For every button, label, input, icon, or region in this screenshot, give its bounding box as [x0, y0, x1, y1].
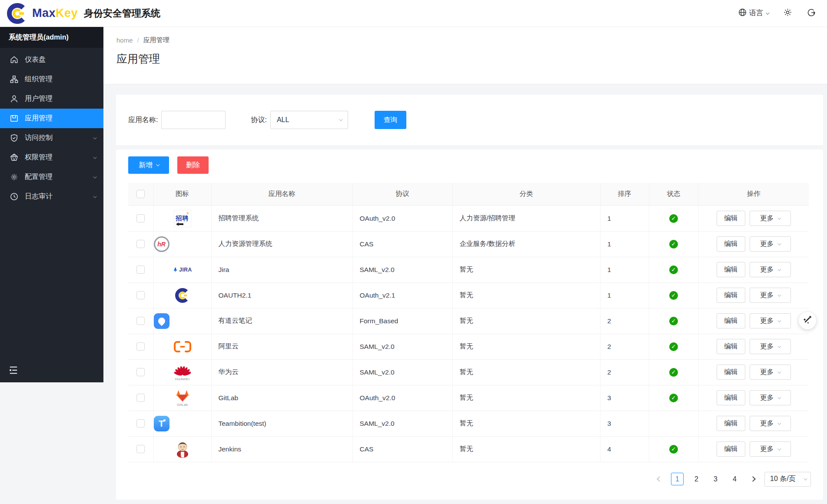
status-cell: ✓: [649, 231, 698, 257]
row-checkbox[interactable]: [136, 265, 145, 274]
sidebar-item-0[interactable]: 仪表盘: [0, 50, 103, 70]
row-checkbox[interactable]: [136, 291, 145, 299]
column-header: 分类: [452, 183, 600, 206]
sort-cell: 2: [600, 334, 649, 359]
status-cell: ✓: [649, 334, 698, 359]
add-button[interactable]: 新增: [128, 156, 169, 174]
status-cell: [649, 411, 698, 436]
more-button[interactable]: 更多: [750, 441, 791, 457]
sidebar-item-1[interactable]: 组织管理: [0, 70, 103, 89]
row-checkbox[interactable]: [136, 317, 145, 325]
protocol-cell: CAS: [352, 231, 452, 257]
language-menu[interactable]: 语言: [738, 8, 768, 18]
chevron-down-icon: [777, 344, 781, 348]
table-row: GitLab GitLab OAuth_v2.0 暂无 3 ✓ 编辑 更多: [128, 385, 809, 411]
more-button[interactable]: 更多: [750, 313, 791, 328]
edit-button[interactable]: 编辑: [717, 262, 745, 277]
sidebar-item-4[interactable]: 访问控制: [0, 128, 103, 148]
row-checkbox[interactable]: [136, 342, 145, 351]
protocol-select-value: ALL: [277, 116, 289, 124]
edit-button[interactable]: 编辑: [717, 339, 745, 354]
page-number-4[interactable]: 4: [728, 473, 741, 485]
query-button[interactable]: 查询: [375, 111, 406, 129]
more-button[interactable]: 更多: [750, 416, 791, 431]
edit-button[interactable]: 编辑: [717, 313, 745, 328]
language-label: 语言: [749, 9, 763, 18]
protocol-select[interactable]: ALL: [270, 111, 348, 129]
gem-icon: [10, 153, 18, 162]
app-table-panel: 新增 删除 图标应用名称协议分类排序状态操作 ✳招聘 招聘管理系统 OAuth_…: [116, 149, 823, 500]
page-number-3[interactable]: 3: [709, 473, 722, 485]
app-icon-cell: hR: [153, 231, 211, 257]
page-size-select[interactable]: 10 条/页: [764, 472, 811, 487]
breadcrumb-home-link[interactable]: home: [116, 36, 133, 44]
jira-app-icon: JIRA: [173, 266, 192, 273]
protocol-cell: SAML_v2.0: [352, 334, 452, 359]
row-checkbox[interactable]: [136, 368, 145, 376]
more-button[interactable]: 更多: [750, 339, 791, 354]
more-button[interactable]: 更多: [750, 236, 791, 252]
chevron-down-icon: [777, 216, 781, 219]
hr-app-icon: hR: [154, 236, 211, 252]
page-size-value: 10 条/页: [770, 474, 796, 484]
status-enabled-icon: ✓: [669, 317, 678, 325]
edit-button[interactable]: 编辑: [717, 288, 745, 303]
edit-button[interactable]: 编辑: [717, 416, 745, 431]
app-name-cell: 华为云: [211, 359, 352, 385]
edit-button[interactable]: 编辑: [717, 390, 745, 405]
sidebar-item-7[interactable]: 日志审计: [0, 187, 103, 206]
sidebar-collapse-button[interactable]: [9, 366, 18, 376]
theme-customizer-button[interactable]: [799, 312, 816, 329]
page-number-1[interactable]: 1: [671, 473, 684, 485]
status-enabled-icon: ✓: [669, 265, 678, 274]
sidebar-item-2[interactable]: 用户管理: [0, 89, 103, 109]
row-checkbox[interactable]: [136, 214, 145, 222]
next-page-button[interactable]: [747, 473, 758, 485]
sidebar-item-label: 应用管理: [25, 114, 53, 123]
column-header: 状态: [649, 183, 698, 206]
row-checkbox[interactable]: [136, 445, 145, 453]
settings-button[interactable]: [783, 8, 792, 19]
table-row: T Teambition(test) SAML_v2.0 暂无 3 编辑 更多: [128, 411, 809, 436]
app-icon-cell: JIRA: [153, 257, 211, 282]
status-cell: ✓: [649, 436, 698, 462]
teambition-app-icon: T: [154, 416, 211, 431]
sidebar-item-6[interactable]: 配置管理: [0, 167, 103, 187]
more-button[interactable]: 更多: [750, 262, 791, 277]
more-button[interactable]: 更多: [750, 390, 791, 405]
delete-button[interactable]: 删除: [177, 156, 209, 174]
logout-button[interactable]: [807, 8, 816, 19]
chevron-down-icon: [93, 175, 96, 178]
edit-button[interactable]: 编辑: [717, 236, 745, 252]
page-number-2[interactable]: 2: [690, 473, 703, 485]
sort-cell: 1: [600, 231, 649, 257]
more-button[interactable]: 更多: [750, 211, 791, 226]
brand: MaxKey 身份安全管理系统: [7, 3, 160, 24]
category-cell: 暂无: [452, 359, 600, 385]
config-gear-icon: [10, 173, 18, 182]
category-cell: 暂无: [452, 385, 600, 411]
sort-cell: 1: [600, 282, 649, 308]
shield-icon: [10, 134, 18, 143]
status-enabled-icon: ✓: [669, 342, 678, 351]
more-button[interactable]: 更多: [750, 365, 791, 380]
jenkins-app-icon: [175, 445, 190, 452]
chevron-down-icon: [93, 194, 96, 198]
edit-button[interactable]: 编辑: [717, 211, 745, 226]
sidebar-nav: 仪表盘 组织管理 用户管理 应用管理 访问控制 权限管理 配置管理 日志审计: [0, 48, 103, 206]
app-name-input[interactable]: [161, 111, 226, 129]
more-button[interactable]: 更多: [750, 288, 791, 303]
sidebar-item-3[interactable]: 应用管理: [0, 109, 103, 128]
row-checkbox[interactable]: [136, 419, 145, 428]
row-checkbox[interactable]: [136, 240, 145, 248]
row-checkbox[interactable]: [136, 394, 145, 402]
sort-cell: 2: [600, 308, 649, 334]
edit-button[interactable]: 编辑: [717, 365, 745, 380]
page-app-title: 身份安全管理系统: [84, 7, 160, 20]
prev-page-button[interactable]: [654, 473, 664, 485]
edit-button[interactable]: 编辑: [717, 441, 745, 457]
select-all-checkbox[interactable]: [136, 190, 145, 198]
status-cell: ✓: [649, 257, 698, 282]
sidebar-item-5[interactable]: 权限管理: [0, 148, 103, 167]
app-icon-cell: T: [153, 411, 211, 436]
